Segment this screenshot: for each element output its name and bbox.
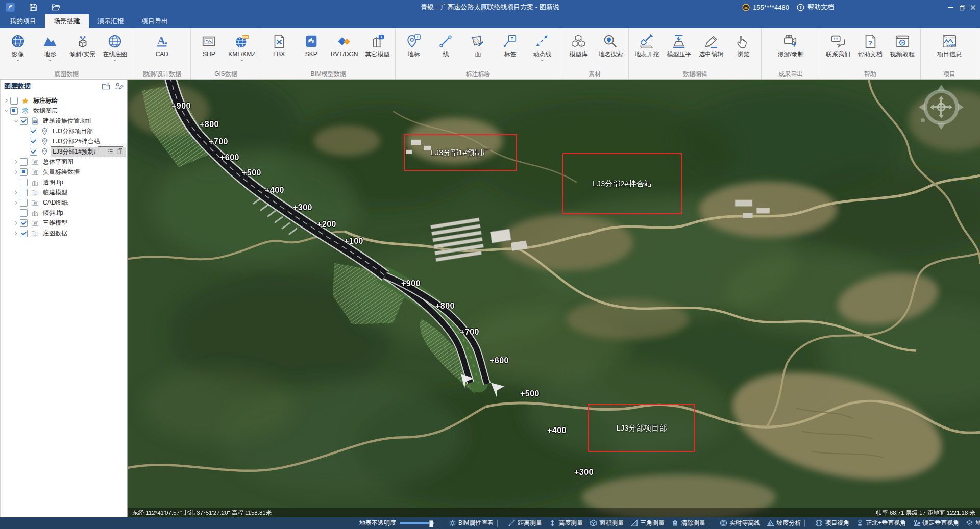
compass-navigator[interactable]: [915, 81, 968, 134]
ribbon-item[interactable]: 视频教程: [887, 32, 918, 63]
chevron-right-icon[interactable]: [12, 231, 20, 236]
surface-opacity-slider[interactable]: [400, 522, 434, 524]
bottom-tool[interactable]: 面积测量: [590, 519, 624, 527]
bottom-tool[interactable]: 三角测量: [630, 519, 665, 527]
bottom-tool[interactable]: 距离测量: [508, 519, 542, 527]
ribbon-item[interactable]: 浏览: [728, 32, 758, 63]
account-label[interactable]: 155****4480: [753, 4, 789, 11]
menu-tab[interactable]: 场景搭建: [45, 14, 89, 28]
tree-row[interactable]: 临建模型: [1, 187, 127, 197]
ribbon-item[interactable]: 联系我们: [823, 32, 853, 63]
layer-checkbox[interactable]: [10, 107, 18, 115]
bottom-tool[interactable]: 实时等高线: [720, 519, 760, 527]
ribbon-item[interactable]: T地标: [398, 32, 429, 63]
chevron-right-icon[interactable]: [12, 221, 20, 225]
ribbon-item[interactable]: ACAD: [136, 32, 188, 63]
chevron-right-icon[interactable]: [12, 170, 20, 174]
ribbon-item[interactable]: T其它模型: [362, 32, 393, 63]
chevron-down-icon[interactable]: [541, 60, 544, 63]
ribbon-item[interactable]: 倾斜/实景: [67, 32, 98, 63]
ribbon-item[interactable]: SHP: [193, 32, 224, 63]
chevron-right-icon[interactable]: [3, 98, 10, 103]
tree-row[interactable]: 倾斜.lfp: [1, 208, 127, 218]
app-logo-icon[interactable]: [5, 2, 15, 12]
help-doc-link[interactable]: 帮助文档: [807, 3, 834, 12]
ribbon-item[interactable]: 动态线: [527, 32, 557, 63]
tree-row[interactable]: 总体平面图: [1, 157, 127, 167]
layer-checkbox[interactable]: [20, 199, 28, 207]
chevron-right-icon[interactable]: [12, 160, 20, 164]
ribbon-item[interactable]: 选中编辑: [696, 32, 726, 63]
bottom-tool[interactable]: 正北+垂直视角: [856, 519, 906, 527]
menu-tab[interactable]: 演示汇报: [89, 14, 133, 28]
open-project-icon[interactable]: [51, 3, 60, 12]
chevron-right-icon[interactable]: [12, 200, 20, 205]
layer-checkbox[interactable]: [30, 138, 37, 145]
slider-handle[interactable]: [429, 520, 433, 527]
chevron-right-icon[interactable]: [12, 190, 20, 195]
ribbon-item[interactable]: 地表开挖: [631, 32, 662, 63]
ribbon-item[interactable]: 地名搜索: [595, 32, 626, 63]
tree-row[interactable]: LJ3分部项目部: [1, 126, 127, 136]
ribbon-item[interactable]: 漫游/录制: [764, 32, 817, 63]
save-icon[interactable]: [29, 3, 38, 12]
chevron-down-icon[interactable]: [48, 60, 52, 63]
ribbon-item[interactable]: 影像: [3, 32, 33, 63]
tree-row[interactable]: 三维模型: [1, 218, 127, 228]
annotation-box[interactable]: LJ3分部项目部: [588, 404, 695, 452]
ribbon-item[interactable]: Logo项目信息: [923, 32, 975, 63]
menu-tab[interactable]: 我的项目: [1, 14, 45, 28]
chevron-down-icon[interactable]: [12, 119, 20, 123]
ribbon-item[interactable]: ?帮助文档: [855, 32, 886, 63]
chevron-down-icon[interactable]: [3, 109, 10, 113]
layer-checkbox[interactable]: [20, 209, 28, 217]
layer-checkbox[interactable]: [20, 219, 28, 227]
layer-checkbox[interactable]: [20, 168, 28, 176]
tree-row[interactable]: 标注标绘: [1, 95, 127, 106]
ribbon-item[interactable]: 模型压平: [664, 32, 694, 63]
tree-row[interactable]: 底图数据: [1, 228, 127, 238]
layer-checkbox[interactable]: [20, 189, 28, 196]
ribbon-item[interactable]: FBX: [264, 32, 295, 63]
bottom-tool[interactable]: 清除测量: [671, 519, 705, 527]
tree-row[interactable]: 数据图层: [1, 106, 127, 116]
tree-row[interactable]: 矢量标绘数据: [1, 167, 127, 177]
layer-checkbox[interactable]: [20, 158, 28, 166]
new-group-icon[interactable]: [102, 82, 110, 91]
detach-icon[interactable]: [116, 148, 124, 156]
help-circle-icon[interactable]: ?: [796, 3, 805, 12]
ribbon-item[interactable]: 地形: [35, 32, 65, 63]
layer-checkbox[interactable]: [20, 117, 28, 125]
minimize-button[interactable]: [946, 3, 955, 12]
bottom-tool[interactable]: 项目视角: [815, 519, 849, 527]
restore-button[interactable]: [958, 3, 966, 12]
layer-checkbox[interactable]: [30, 128, 37, 135]
tree-row[interactable]: 透明.lfp: [1, 177, 127, 187]
layer-checkbox[interactable]: [20, 230, 28, 237]
close-button[interactable]: [969, 3, 977, 12]
plot-manage-icon[interactable]: [115, 82, 124, 91]
layer-checkbox[interactable]: [10, 97, 18, 105]
ribbon-item[interactable]: 在线底图: [100, 32, 130, 63]
list-icon[interactable]: [107, 148, 115, 156]
chevron-down-icon[interactable]: [16, 60, 19, 63]
vip-badge-icon[interactable]: [742, 3, 750, 12]
annotation-box[interactable]: LJ3分部2#拌合站: [562, 153, 682, 214]
ribbon-item[interactable]: 线: [430, 32, 461, 63]
map-viewport[interactable]: +900+800+700+600+500+400+300+200+100+900…: [128, 80, 980, 517]
bottom-tool[interactable]: 地下视图: [966, 519, 980, 527]
tree-row[interactable]: KML建筑设施位置.kml: [1, 116, 127, 126]
ribbon-item[interactable]: RVT/DGN: [328, 32, 361, 63]
bottom-tool[interactable]: BIM属性查看: [449, 519, 494, 527]
ribbon-item[interactable]: 模型库: [563, 32, 594, 63]
chevron-down-icon[interactable]: [240, 60, 243, 63]
tree-row[interactable]: CAD图纸: [1, 197, 127, 208]
layer-checkbox[interactable]: [30, 148, 37, 156]
bottom-tool[interactable]: 高度测量: [549, 519, 583, 527]
ribbon-item[interactable]: 面: [462, 32, 493, 63]
layer-checkbox[interactable]: [20, 179, 28, 186]
bottom-tool[interactable]: 锁定垂直视角: [913, 519, 959, 527]
tree-row[interactable]: LJ3分部1#预制厂: [1, 146, 127, 157]
ribbon-item[interactable]: KMLKML/KMZ: [226, 32, 258, 63]
annotation-box[interactable]: LJ3分部1#预制厂: [404, 134, 517, 171]
